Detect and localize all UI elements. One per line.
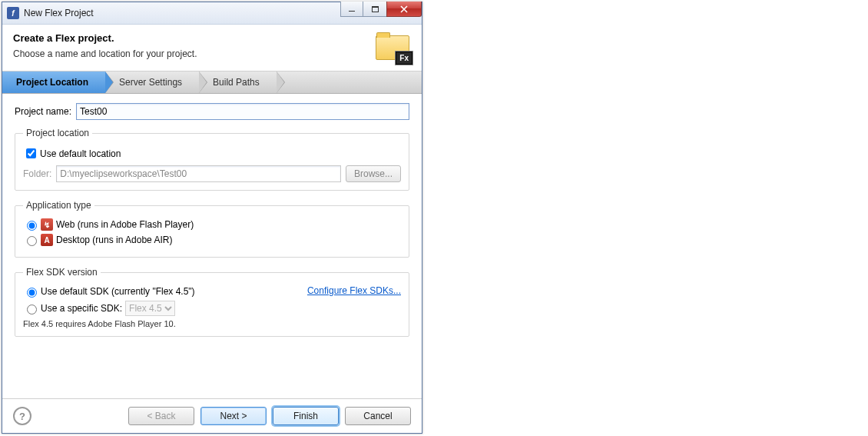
app-icon: f — [7, 7, 19, 19]
finish-button[interactable]: Finish — [273, 407, 339, 425]
close-icon — [400, 5, 408, 13]
step-project-location[interactable]: Project Location — [2, 72, 105, 93]
project-location-legend: Project location — [23, 128, 92, 138]
page-title: Create a Flex project. — [13, 32, 374, 44]
sdk-default-label: Use default SDK (currently "Flex 4.5") — [41, 286, 195, 297]
step-label: Project Location — [16, 77, 88, 88]
help-button[interactable]: ? — [13, 407, 31, 425]
apptype-web-label: Web (runs in Adobe Flash Player) — [56, 219, 194, 230]
project-name-row: Project name: — [15, 103, 409, 120]
air-icon: A — [41, 234, 53, 246]
web-icon: ↯ — [41, 218, 53, 231]
sdk-specific-select: Flex 4.5 — [125, 301, 175, 316]
apptype-desktop-radio[interactable] — [27, 236, 37, 246]
spacer — [15, 346, 409, 392]
use-default-location-checkbox[interactable] — [26, 148, 36, 158]
minimize-button[interactable] — [340, 2, 363, 17]
next-button[interactable]: Next > — [200, 407, 267, 425]
button-bar: ? < Back Next > Finish Cancel — [2, 398, 422, 433]
header-icon: Fx — [374, 32, 411, 63]
step-build-paths[interactable]: Build Paths — [199, 72, 277, 93]
back-button: < Back — [128, 407, 194, 425]
step-server-settings[interactable]: Server Settings — [105, 72, 199, 93]
application-type-legend: Application type — [23, 200, 94, 211]
folder-input — [56, 165, 341, 182]
project-name-label: Project name: — [15, 106, 71, 117]
application-type-group: Application type ↯ Web (runs in Adobe Fl… — [15, 200, 409, 258]
sdk-requirement-note: Flex 4.5 requires Adobe Flash Player 10. — [23, 319, 401, 328]
browse-button: Browse... — [346, 165, 401, 182]
sdk-specific-radio[interactable] — [27, 305, 37, 315]
maximize-button[interactable] — [363, 2, 387, 17]
titlebar: f New Flex Project — [2, 2, 422, 25]
wizard-steps: Project Location Server Settings Build P… — [2, 72, 422, 94]
step-label: Server Settings — [119, 77, 182, 88]
close-button[interactable] — [386, 2, 422, 17]
project-location-group: Project location Use default location Fo… — [15, 128, 409, 191]
help-icon: ? — [19, 411, 25, 422]
sdk-version-legend: Flex SDK version — [23, 267, 101, 278]
wizard-window: f New Flex Project Create a Flex project… — [2, 2, 422, 434]
sdk-default-radio[interactable] — [27, 288, 37, 298]
apptype-desktop-label: Desktop (runs in Adobe AIR) — [56, 235, 172, 245]
sdk-version-group: Flex SDK version Configure Flex SDKs... … — [15, 267, 409, 337]
sdk-specific-label: Use a specific SDK: — [41, 303, 122, 314]
folder-label: Folder: — [23, 168, 51, 179]
configure-sdk-link[interactable]: Configure Flex SDKs... — [307, 285, 401, 296]
fx-badge: Fx — [396, 52, 412, 65]
window-controls — [341, 2, 422, 17]
page-subtitle: Choose a name and location for your proj… — [13, 48, 374, 59]
apptype-web-radio[interactable] — [27, 221, 37, 231]
content-area: Project name: Project location Use defau… — [2, 94, 422, 398]
project-name-input[interactable] — [76, 103, 409, 120]
cancel-button[interactable]: Cancel — [345, 407, 411, 425]
header-panel: Create a Flex project. Choose a name and… — [2, 25, 422, 72]
step-label: Build Paths — [213, 77, 260, 88]
use-default-location-label: Use default location — [40, 148, 121, 159]
